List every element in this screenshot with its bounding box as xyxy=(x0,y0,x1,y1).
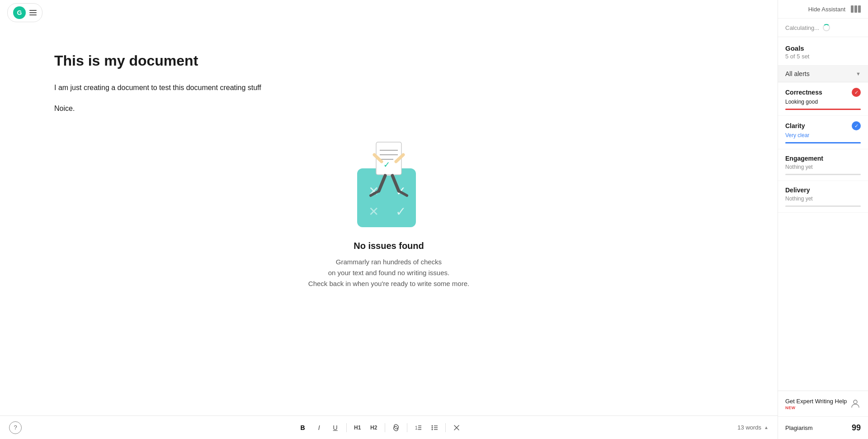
h1-button[interactable]: H1 xyxy=(350,420,365,435)
toolbar-divider-2 xyxy=(385,423,385,432)
clarity-status: Very clear xyxy=(785,132,861,138)
goals-section[interactable]: Goals 5 of 5 set xyxy=(778,37,868,66)
clarity-check-icon: ✓ xyxy=(852,121,861,130)
clarity-progress-bar xyxy=(785,142,861,143)
all-alerts-row[interactable]: All alerts ▼ xyxy=(778,66,868,82)
italic-button[interactable]: I xyxy=(312,420,326,435)
delivery-status: Nothing yet xyxy=(785,196,861,202)
correctness-progress-bar xyxy=(785,109,861,110)
top-bar: G xyxy=(0,0,778,25)
svg-point-24 xyxy=(431,429,433,430)
correctness-check-icon: ✓ xyxy=(852,88,861,97)
link-button[interactable] xyxy=(389,420,403,435)
toolbar-divider-4 xyxy=(445,423,446,432)
toolbar-divider-3 xyxy=(407,423,407,432)
unordered-list-icon xyxy=(431,424,438,431)
toolbar-left: B I U H1 H2 1. xyxy=(296,420,464,435)
svg-rect-0 xyxy=(357,168,416,227)
calculating-text: Calculating... xyxy=(785,24,819,31)
unordered-list-button[interactable] xyxy=(427,420,442,435)
delivery-label: Delivery xyxy=(785,186,810,194)
clear-format-button[interactable] xyxy=(449,420,464,435)
delivery-progress-bar xyxy=(785,205,861,207)
editor-area: G This is my document I am just creating… xyxy=(0,0,778,439)
layout-toggle-icon[interactable] xyxy=(851,5,861,13)
all-alerts-chevron-icon: ▼ xyxy=(856,71,861,76)
calculating-row: Calculating... xyxy=(778,19,868,37)
hamburger-icon xyxy=(29,10,37,15)
clear-format-icon xyxy=(453,424,460,431)
goals-title: Goals xyxy=(785,44,861,52)
hide-assistant-button[interactable]: Hide Assistant xyxy=(808,6,845,13)
no-issues-description: Grammarly ran hundreds of checks on your… xyxy=(308,257,469,289)
word-count-arrow: ▲ xyxy=(764,425,769,430)
help-button[interactable]: ? xyxy=(9,421,22,434)
bottom-toolbar: ? B I U H1 H2 1. xyxy=(0,415,778,439)
sidebar-header: Hide Assistant xyxy=(778,0,868,19)
delivery-category[interactable]: Delivery Nothing yet xyxy=(778,181,868,213)
word-count-text: 13 words xyxy=(737,424,761,431)
underline-button[interactable]: U xyxy=(328,420,343,435)
no-issues-illustration: ✕ ✕ ✓ ✓ ✓ xyxy=(344,132,434,241)
illustration-area: ✕ ✕ ✓ ✓ ✓ xyxy=(54,132,723,289)
document-paragraph-2: Noice. xyxy=(54,103,723,115)
word-count[interactable]: 13 words ▲ xyxy=(737,424,769,431)
all-alerts-label: All alerts xyxy=(785,70,810,77)
svg-text:✓: ✓ xyxy=(396,205,406,219)
link-icon xyxy=(392,424,400,431)
svg-point-22 xyxy=(431,425,433,426)
engagement-status: Nothing yet xyxy=(785,164,861,170)
svg-text:✕: ✕ xyxy=(368,205,379,219)
clarity-category[interactable]: Clarity ✓ Very clear xyxy=(778,116,868,149)
ordered-list-icon: 1. xyxy=(415,424,422,431)
engagement-label: Engagement xyxy=(785,155,823,162)
loading-spinner xyxy=(823,24,830,31)
svg-point-23 xyxy=(431,427,433,428)
sidebar: Hide Assistant Calculating... Goals 5 of… xyxy=(778,0,868,439)
svg-text:✓: ✓ xyxy=(383,160,390,169)
expert-help-row[interactable]: Get Expert Writing Help NEW xyxy=(778,391,868,417)
clarity-label: Clarity xyxy=(785,122,805,129)
grammarly-logo: G xyxy=(13,6,26,19)
plagiarism-score: 99 xyxy=(852,423,861,433)
correctness-status: Looking good xyxy=(785,99,861,105)
bottom-promo: Get Expert Writing Help NEW Plagiarism 9… xyxy=(778,391,868,439)
correctness-label: Correctness xyxy=(785,89,822,96)
person-icon xyxy=(850,398,861,409)
correctness-category[interactable]: Correctness ✓ Looking good xyxy=(778,82,868,116)
document-title: This is my document xyxy=(54,52,723,69)
logo-button[interactable]: G xyxy=(7,3,42,22)
document-paragraph-1: I am just creating a document to test th… xyxy=(54,82,723,94)
ordered-list-button[interactable]: 1. xyxy=(411,420,425,435)
plagiarism-row[interactable]: Plagiarism 99 xyxy=(778,417,868,439)
new-badge: NEW xyxy=(785,406,847,410)
expert-help-text: Get Expert Writing Help xyxy=(785,397,847,406)
h2-button[interactable]: H2 xyxy=(367,420,381,435)
toolbar-divider-1 xyxy=(346,423,347,432)
plagiarism-label: Plagiarism xyxy=(785,425,813,431)
goals-subtitle: 5 of 5 set xyxy=(785,53,861,60)
engagement-progress-bar xyxy=(785,174,861,175)
engagement-category[interactable]: Engagement Nothing yet xyxy=(778,149,868,181)
bold-button[interactable]: B xyxy=(296,420,310,435)
no-issues-title: No issues found xyxy=(354,241,424,251)
svg-point-30 xyxy=(854,400,857,404)
document-content[interactable]: This is my document I am just creating a… xyxy=(0,25,778,415)
